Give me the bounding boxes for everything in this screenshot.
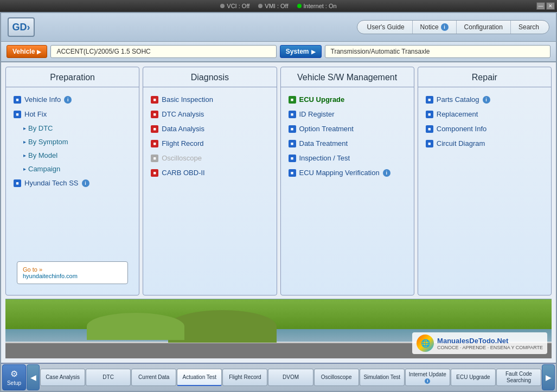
component-info-item[interactable]: ■ Component Info [425, 122, 545, 136]
dtc-analysis-icon: ■ [151, 111, 158, 118]
circuit-diagram-item[interactable]: ■ Circuit Diagram [425, 137, 545, 150]
toolbar-tabs: Case Analysis DTC Current Data Actuation… [40, 369, 541, 386]
by-dtc-item[interactable]: By DTC [12, 122, 132, 134]
tab-dvom[interactable]: DVOM [268, 369, 313, 386]
by-symptom-item[interactable]: By Symptom [12, 136, 132, 148]
vehicle-sw-panel: Vehicle S/W Management ■ ECU Upgrade ■ I… [280, 67, 414, 295]
users-guide-button[interactable]: User's Guide [360, 21, 413, 34]
tab-oscilloscope[interactable]: Oscilloscope [314, 369, 359, 386]
flight-record-item[interactable]: ■ Flight Record [150, 137, 270, 150]
setup-icon: ⚙ [10, 369, 18, 379]
vehicle-info-icon: ■ [14, 96, 21, 104]
carb-obd-item[interactable]: ■ CARB OBD-II [150, 166, 270, 179]
watermark-title: ManualesDeTodo.Net [437, 337, 543, 345]
system-button[interactable]: System ▶ [280, 45, 322, 58]
data-analysis-item[interactable]: ■ Data Analysis [150, 122, 270, 136]
bottom-toolbar: ⚙ Setup ◀ Case Analysis DTC Current Data… [1, 363, 556, 391]
vehicle-info-item[interactable]: ■ Vehicle Info i [12, 93, 132, 106]
tab-actuation-test[interactable]: Actuation Test [177, 369, 222, 386]
watermark-icon: 🌐 [417, 335, 434, 352]
hyundai-tech-info-icon: i [82, 179, 89, 187]
main-window: GD› User's Guide Notice i Configuration … [0, 12, 557, 392]
minimize-button[interactable]: — [536, 2, 545, 10]
hyundai-tech-ss-icon: ■ [14, 179, 21, 187]
vci-label: VCI : Off [227, 3, 249, 9]
flight-record-icon: ■ [151, 140, 158, 147]
vehicle-sw-content: ■ ECU Upgrade ■ ID Register ■ Option Tre… [281, 87, 414, 295]
tab-simulation-test[interactable]: Simulation Test [360, 369, 405, 386]
vmi-indicator: VMI : Off [258, 3, 288, 9]
data-analysis-icon: ■ [151, 125, 158, 133]
vci-dot [220, 4, 225, 8]
tab-ecu-upgrade[interactable]: ECU Upgrade [451, 369, 496, 386]
data-treatment-icon: ■ [289, 140, 296, 147]
preparation-title: Preparation [6, 67, 139, 87]
system-value: Transmission/Automatic Transaxle [325, 45, 550, 58]
hot-fix-icon: ■ [14, 111, 21, 118]
id-register-item[interactable]: ■ ID Register [287, 107, 407, 121]
repair-content: ■ Parts Catalog i ■ Replacement ■ Compon… [418, 87, 551, 295]
diagnosis-panel: Diagnosis ■ Basic Inspection ■ DTC Analy… [143, 67, 277, 295]
content-area: Preparation ■ Vehicle Info i ■ Hot Fix B… [1, 62, 556, 363]
vmi-label: VMI : Off [265, 3, 288, 9]
data-treatment-item[interactable]: ■ Data Treatment [287, 137, 407, 150]
diagnosis-content: ■ Basic Inspection ■ DTC Analysis ■ Data… [143, 87, 276, 295]
ecu-upgrade-item[interactable]: ■ ECU Upgrade [287, 93, 407, 106]
hyundai-tech-ss-item[interactable]: ■ Hyundai Tech SS i [12, 176, 132, 190]
title-bar-controls: — ✕ [536, 2, 555, 10]
setup-button[interactable]: ⚙ Setup [2, 364, 26, 390]
replacement-item[interactable]: ■ Replacement [425, 107, 545, 121]
basic-inspection-item[interactable]: ■ Basic Inspection [150, 93, 270, 106]
inspection-test-item[interactable]: ■ Inspection / Test [287, 151, 407, 165]
toolbar-next-button[interactable]: ▶ [542, 364, 555, 390]
vci-indicator: VCI : Off [220, 3, 249, 9]
vehicle-value: ACCENT(LC)/2005/G 1.5 SOHC [50, 45, 276, 58]
tab-fault-code-searching[interactable]: Fault Code Searching [496, 369, 541, 386]
oscilloscope-icon: ■ [151, 155, 158, 162]
close-button[interactable]: ✕ [546, 2, 555, 10]
vehicle-bar: Vehicle ▶ ACCENT(LC)/2005/G 1.5 SOHC Sys… [1, 42, 556, 62]
ecu-mapping-item[interactable]: ■ ECU Mapping Verification i [287, 166, 407, 179]
search-button[interactable]: Search [511, 21, 547, 34]
hyundai-link-box[interactable]: Go to » hyundaitechinfo.com [17, 261, 128, 284]
vehicle-button[interactable]: Vehicle ▶ [7, 45, 47, 58]
dtc-analysis-item[interactable]: ■ DTC Analysis [150, 107, 270, 121]
inspection-test-icon: ■ [289, 155, 296, 162]
vmi-dot [258, 4, 263, 8]
notice-info-icon: i [441, 23, 449, 31]
hyundai-url: hyundaitechinfo.com [23, 273, 122, 279]
notice-button[interactable]: Notice i [413, 21, 457, 34]
parts-catalog-info-icon: i [483, 96, 490, 104]
configuration-button[interactable]: Configuration [457, 21, 511, 34]
internet-indicator: Internet : On [297, 3, 337, 9]
ecu-mapping-icon: ■ [289, 169, 296, 177]
toolbar-prev-button[interactable]: ◀ [27, 364, 40, 390]
repair-panel: Repair ■ Parts Catalog i ■ Replacement ■… [418, 67, 552, 295]
parts-catalog-item[interactable]: ■ Parts Catalog i [425, 93, 545, 106]
repair-title: Repair [418, 67, 551, 87]
system-arrow-icon: ▶ [311, 49, 316, 55]
tab-case-analysis[interactable]: Case Analysis [40, 369, 85, 386]
internet-label: Internet : On [304, 3, 337, 9]
title-bar: VCI : Off VMI : Off Internet : On — ✕ [0, 0, 557, 12]
header: GD› User's Guide Notice i Configuration … [1, 13, 556, 42]
tab-dtc[interactable]: DTC [86, 369, 131, 386]
hot-fix-item[interactable]: ■ Hot Fix [12, 107, 132, 121]
tab-current-data[interactable]: Current Data [131, 369, 176, 386]
tab-internet-update[interactable]: Internet Update i [405, 369, 450, 386]
by-model-item[interactable]: By Model [12, 149, 132, 162]
basic-inspection-icon: ■ [151, 96, 158, 104]
carb-obd-icon: ■ [151, 169, 158, 177]
vehicle-sw-title: Vehicle S/W Management [281, 67, 414, 87]
option-treatment-item[interactable]: ■ Option Treatment [287, 122, 407, 136]
campaign-item[interactable]: Campaign [12, 163, 132, 175]
diagnosis-title: Diagnosis [143, 67, 276, 87]
tab-flight-record[interactable]: Flight Record [222, 369, 267, 386]
panels-row: Preparation ■ Vehicle Info i ■ Hot Fix B… [5, 67, 552, 295]
logo: GD› [8, 17, 35, 37]
replacement-icon: ■ [426, 111, 433, 118]
parts-catalog-icon: ■ [426, 96, 433, 104]
oscilloscope-item: ■ Oscilloscope [150, 151, 270, 165]
watermark-subtitle: CONOCE · APRENDE · ENSENA Y COMPARTE [437, 345, 543, 350]
internet-dot [297, 4, 302, 8]
